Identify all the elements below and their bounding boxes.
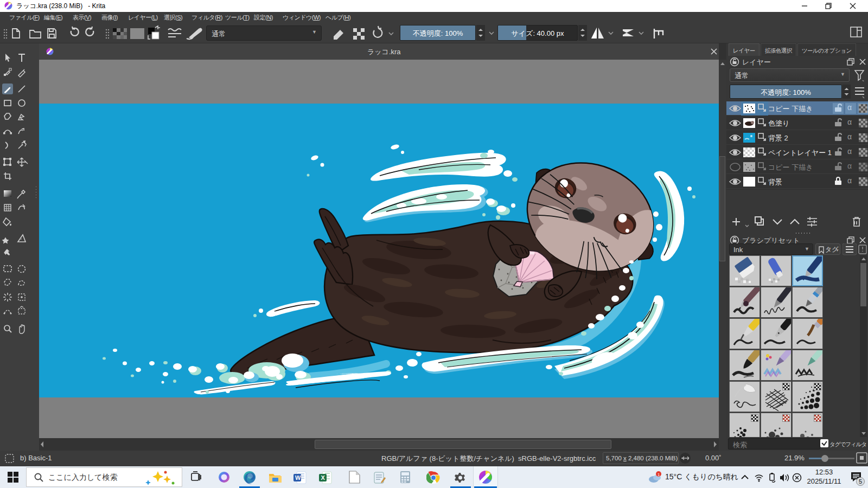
svg-text:X: X (321, 474, 326, 481)
svg-text:W: W (295, 474, 301, 481)
svg-text:1: 1 (658, 472, 660, 477)
